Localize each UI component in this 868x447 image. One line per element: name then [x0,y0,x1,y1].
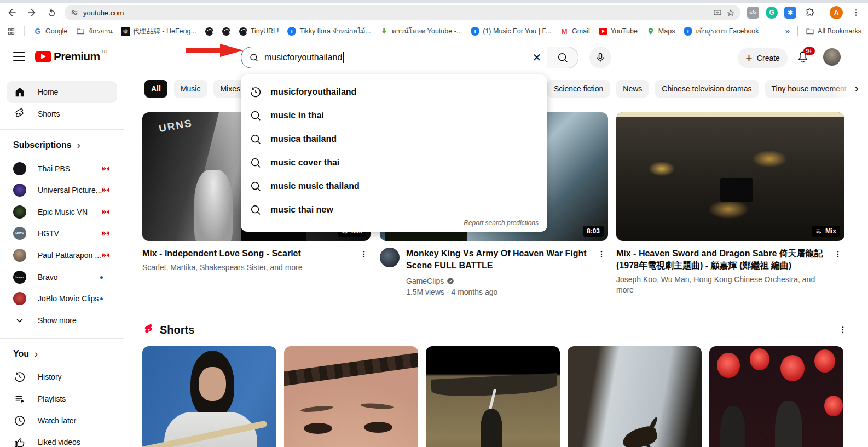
video-menu-kebab-icon[interactable] [831,248,844,261]
video-subtitle[interactable]: Joseph Koo, Wu Man, Hong Kong Chinese Or… [616,274,831,295]
bookmark-globe-2[interactable] [222,27,230,36]
bookmark-google[interactable]: G Google [33,27,67,36]
chip-chinese-tv-dramas[interactable]: Chinese television dramas [655,80,758,98]
bookmark-tinyurl[interactable]: TinyURL! [239,27,279,36]
suggestion-item[interactable]: music thai new [241,198,547,221]
clock-icon [13,414,26,427]
shorts-thumbnail-3[interactable] [426,346,560,447]
search-input[interactable]: musicforyouthailand [241,47,547,68]
browser-profile-avatar[interactable]: A [830,6,843,19]
thumbnail-art: URNS [158,117,194,135]
sidebar-item-shorts[interactable]: Shorts [7,103,117,125]
voice-search-button[interactable] [589,47,611,68]
bookmark-star-icon[interactable] [726,8,735,17]
channel-name-row[interactable]: GameClips [406,277,595,285]
video-menu-kebab-icon[interactable] [595,248,608,261]
video-title[interactable]: Mix - Heaven Sword and Dragon Sabre 倚天屠龍… [616,248,831,272]
channel-avatar[interactable] [380,248,400,267]
all-bookmarks-button[interactable]: All Bookmarks [806,27,861,36]
reload-icon[interactable] [45,6,58,19]
bookmarks-divider [24,26,25,36]
shorts-thumbnail-4[interactable] [568,346,702,447]
bookmark-maps[interactable]: Maps [646,27,675,36]
clear-search-button[interactable]: ✕ [526,47,547,68]
sidebar-item-home[interactable]: Home [7,81,117,103]
address-bar[interactable]: youtube.com [65,5,740,20]
bookmark-gmail[interactable]: M Gmail [560,27,590,36]
extensions-puzzle-icon[interactable] [803,6,816,19]
history-icon [13,370,26,383]
install-app-icon[interactable] [713,8,722,17]
sidebar-item-playlists[interactable]: Playlists [7,388,117,410]
suggestion-item[interactable]: musica thailand [241,127,547,151]
subscriptions-header[interactable]: Subscriptions › [13,137,80,153]
forward-icon[interactable] [25,6,38,19]
bookmark-hefeng[interactable]: 徽 代理品牌 - HeFeng... [121,27,196,36]
video-title[interactable]: Mix - Independent Love Song - Scarlet [142,248,357,260]
shorts-menu-kebab-icon[interactable] [836,323,849,336]
thumbnail-art [720,406,745,447]
bookmark-youtube[interactable]: YouTube [599,27,638,35]
search-icon [250,157,262,169]
thumbnail-art [814,349,835,373]
thumbnail-art [304,423,332,434]
sidebar-channel-universal[interactable]: Universal Picture... [7,179,117,201]
report-search-predictions-link[interactable]: Report search predictions [464,219,539,227]
thumbnail-art [780,355,805,381]
sidebar-channel-hgtv[interactable]: HGTV HGTV [7,222,117,244]
mix-badge: Mix [812,226,840,237]
grammarly-extension-icon[interactable]: G [766,7,778,19]
bookmark-tikky-flora[interactable]: f Tikky flora จำหน่ายไม้... [287,26,371,37]
sidebar-channel-bravo[interactable]: bravo Bravo [7,266,117,288]
chip-news[interactable]: News [616,80,649,98]
suggestion-item[interactable]: musicforyouthailand [241,80,547,104]
video-thumbnail-3[interactable]: Mix [616,112,844,241]
sidebar-item-watch-later[interactable]: Watch later [7,410,117,432]
shorts-thumbnail-2[interactable] [284,346,418,447]
apps-grid-icon[interactable] [7,27,15,36]
bookmark-music-for-you[interactable]: f (1) Music For You | F... [471,27,551,36]
sidebar-item-liked-videos[interactable]: Liked videos [7,431,117,447]
new-content-dot [100,297,103,300]
sidebar-divider [0,338,124,339]
bookmark-facebook-login[interactable]: f เข้าสู่ระบบ Facebook [684,26,759,37]
chip-music[interactable]: Music [174,80,207,98]
channel-avatar [13,205,26,219]
suggestion-item[interactable]: music in thai [241,104,547,127]
shorts-thumbnail-5[interactable] [709,346,843,447]
suggestion-item[interactable]: music cover thai [241,151,547,174]
guide-hamburger-icon[interactable] [13,50,25,63]
bookmark-download-youtube[interactable]: ดาวน์โหลด Youtube -... [380,26,462,37]
sidebar-channel-paul-pattarapon[interactable]: Paul Pattarapon ... [7,244,117,266]
suggestion-item[interactable]: music music thailand [241,174,547,198]
bookmarks-overflow-chevron[interactable]: » [785,26,790,36]
sidebar-channel-thai-pbs[interactable]: Thai PBS [7,158,117,180]
sidebar-channel-joblo[interactable]: JoBlo Movie Clips [7,288,117,310]
bookmark-folder[interactable]: จักรยาน [76,26,113,37]
video-subtitle[interactable]: Scarlet, Martika, Shakespears Sister, an… [142,262,357,273]
code-extension-icon[interactable]: </> [747,7,759,19]
video-title[interactable]: Monkey King Vs Army Of Heaven War Fight … [406,248,595,272]
sidebar-show-more[interactable]: Show more [7,310,117,331]
video-menu-kebab-icon[interactable] [357,248,371,261]
browser-menu-kebab-icon[interactable] [849,6,863,19]
create-button[interactable]: + Create [738,48,788,68]
back-icon[interactable] [5,6,19,19]
bookmark-globe-1[interactable] [205,27,213,36]
chip-all[interactable]: All [144,80,167,98]
shorts-section-title: Shorts [160,324,194,336]
chips-scroll-right-chevron[interactable]: › [849,82,864,96]
site-info-icon[interactable] [70,8,79,17]
thumbnail-art [481,409,502,447]
blue-extension-icon[interactable]: ✱ [784,7,796,19]
search-button[interactable] [547,47,578,68]
sidebar-item-history[interactable]: History [7,366,117,388]
thumbnail-art [824,396,843,416]
you-header[interactable]: You › [13,346,38,362]
youtube-premium-logo[interactable]: Premium TH [35,49,107,63]
sidebar-channel-epic-music-vn[interactable]: Epic Music VN [7,201,117,223]
chip-science-fiction[interactable]: Science fiction [547,80,610,98]
google-icon: G [33,27,42,36]
shorts-thumbnail-1[interactable] [142,346,276,447]
account-avatar[interactable] [823,48,841,66]
